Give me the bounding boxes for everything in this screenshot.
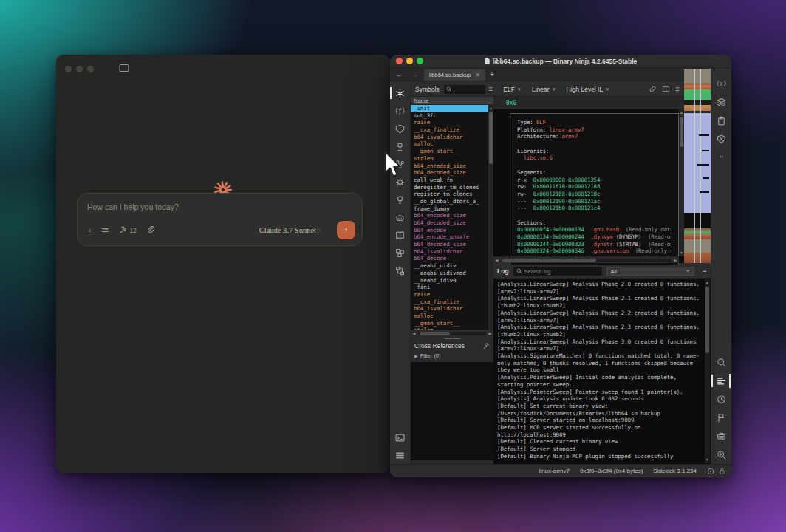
symbol-row[interactable]: b64_encode: [411, 227, 493, 234]
bn-titlebar: libb64.so.backup — Binary Ninja 4.2.6455…: [390, 55, 731, 68]
symbol-row[interactable]: __aeabi_uidivmod: [411, 270, 493, 277]
sidebar-toggle-icon[interactable]: [119, 62, 129, 75]
symbol-row[interactable]: raise: [411, 119, 493, 126]
link-icon[interactable]: [649, 85, 657, 93]
symbol-row[interactable]: __do_global_dtors_a_: [411, 198, 493, 205]
strings-sidebar-icon[interactable]: ”: [711, 149, 731, 167]
lightbulb-sidebar-icon[interactable]: [390, 191, 410, 208]
symbol-row[interactable]: b64_isvalidchar: [411, 248, 493, 256]
log-sidebar-icon[interactable]: [711, 372, 731, 390]
log-body[interactable]: [Analysis.LinearSweep] Analysis Phase 2.…: [493, 279, 711, 464]
record-icon[interactable]: [707, 468, 714, 475]
symbol-row[interactable]: deregister_tm_clones: [411, 184, 493, 191]
lock-icon[interactable]: [719, 468, 725, 475]
docs-sidebar-icon[interactable]: [390, 226, 410, 244]
status-address-range: 0x3f0–0x3f4 (0x4 bytes): [580, 468, 643, 474]
panel-splitter[interactable]: [411, 337, 493, 340]
workflow-sidebar-icon[interactable]: [390, 262, 410, 279]
view-type-dropdown[interactable]: ELF▼: [503, 86, 522, 93]
linear-view-hscrollbar[interactable]: ◀▶: [493, 256, 679, 263]
symbols-vertical-scrollbar[interactable]: ▲: [488, 105, 493, 330]
symbol-row[interactable]: raise: [411, 291, 493, 299]
new-tab-button[interactable]: +: [490, 69, 494, 81]
symbol-row[interactable]: b64_isvalidchar: [411, 305, 493, 313]
symbol-row[interactable]: b64_decode: [411, 255, 493, 262]
symbol-row[interactable]: sub_3fc: [411, 112, 493, 120]
symbol-row[interactable]: call_weak_fn: [411, 177, 493, 184]
style-sliders-button[interactable]: [101, 226, 109, 234]
symbol-row[interactable]: b64_encoded_size: [411, 212, 493, 219]
linear-view-line: [517, 162, 671, 169]
log-search-input[interactable]: Search log: [513, 267, 602, 276]
paperclip-button[interactable]: [146, 226, 154, 234]
linear-view[interactable]: 0x0 Type: ELFPlatform: linux-armv7Archit…: [493, 97, 684, 263]
mini-map-sidebar-icon[interactable]: [711, 427, 731, 446]
symbols-column-header[interactable]: Name: [411, 97, 493, 105]
tools-button[interactable]: 12: [119, 226, 136, 234]
symbol-row[interactable]: frame_dummy: [411, 205, 493, 213]
tab-libb64[interactable]: libb64.so.backup ✕: [424, 69, 485, 81]
forward-button[interactable]: →: [409, 69, 420, 81]
close-button[interactable]: [65, 66, 72, 72]
xref-filter-row[interactable]: ▶Filter (0): [411, 351, 493, 360]
search-sidebar-icon[interactable]: [711, 353, 731, 372]
minimize-button[interactable]: [76, 66, 83, 72]
il-level-dropdown[interactable]: High Level IL▼: [567, 86, 610, 93]
linear-view-vscrollbar[interactable]: ▲▼: [679, 109, 684, 256]
security-sidebar-icon[interactable]: [711, 130, 731, 149]
feature-map-cursor-line: [700, 69, 701, 263]
attach-plus-button[interactable]: +: [87, 226, 92, 235]
symbol-row[interactable]: __cxa_finalize: [411, 126, 493, 134]
model-selector[interactable]: Claude 3.7 Sonnet\: [259, 226, 321, 234]
symbol-row[interactable]: __cxa_finalize: [411, 299, 493, 306]
types-sidebar-icon[interactable]: [390, 120, 410, 137]
symbol-row[interactable]: b64_decoded_size: [411, 241, 493, 248]
symbol-row[interactable]: register_tm_clones: [411, 191, 493, 198]
console-sidebar-icon[interactable]: [390, 429, 410, 446]
symbol-row[interactable]: _init: [411, 105, 493, 112]
symbol-row[interactable]: malloc: [411, 140, 493, 148]
symbol-row[interactable]: __aeabi_uidiv: [411, 262, 493, 270]
split-view-icon[interactable]: [662, 85, 670, 93]
stack-sidebar-icon[interactable]: [711, 93, 731, 112]
zoom-button[interactable]: [87, 66, 94, 72]
pin-icon[interactable]: [482, 342, 490, 349]
symbols-list[interactable]: _initsub_3fcraise__cxa_finalizeb64_isval…: [411, 105, 493, 330]
variables-sidebar-icon[interactable]: {x}: [711, 75, 731, 93]
symbol-row[interactable]: _fini: [411, 284, 493, 291]
symbol-row[interactable]: strlen: [411, 155, 493, 163]
functions-sidebar-icon[interactable]: {ƒ}: [390, 102, 410, 120]
back-button[interactable]: ←: [394, 69, 405, 81]
symbol-row[interactable]: malloc: [411, 313, 493, 320]
send-button[interactable]: ↑: [337, 221, 355, 239]
symbol-row[interactable]: __gmon_start__: [411, 320, 493, 327]
view-menu-icon[interactable]: ≡: [675, 85, 680, 93]
symbol-row[interactable]: b64_decoded_size: [411, 219, 493, 227]
log-line: [Analysis] Analysis update took 0.002 se…: [497, 395, 703, 403]
log-menu-icon[interactable]: ≡: [703, 267, 707, 276]
layout-dropdown[interactable]: Linear▼: [532, 86, 556, 93]
clipboard-sidebar-icon[interactable]: [711, 112, 731, 130]
symbol-row[interactable]: b64_isvalidchar: [411, 134, 493, 141]
tab-close-icon[interactable]: ✕: [475, 72, 480, 78]
feature-map[interactable]: [684, 69, 711, 263]
menu-bars-sidebar-icon[interactable]: [390, 446, 410, 464]
symbols-search-input[interactable]: [444, 85, 485, 94]
flag-sidebar-icon[interactable]: [711, 409, 731, 427]
symbol-row[interactable]: __gmon_start__: [411, 148, 493, 155]
components-sidebar-icon[interactable]: [390, 244, 410, 262]
history-sidebar-icon[interactable]: [711, 390, 731, 409]
log-scrollbar[interactable]: ▲▼: [705, 279, 710, 463]
assistant-sidebar-icon[interactable]: [390, 208, 410, 226]
symbol-row[interactable]: b64_decoded_size: [411, 169, 493, 177]
status-sidekick[interactable]: Sidekick 3.1.234: [653, 468, 697, 474]
chat-input-box[interactable]: How can I help you today? + 12 Claude 3.…: [77, 193, 363, 246]
symbols-sidebar-icon[interactable]: [390, 84, 410, 102]
symbol-row[interactable]: b64_encoded_size: [411, 163, 493, 170]
symbol-row[interactable]: b64_encode_unsafe: [411, 233, 493, 241]
symbols-horizontal-scrollbar[interactable]: ◀▶: [411, 330, 493, 336]
log-filter-dropdown[interactable]: All▼: [606, 267, 695, 276]
symbol-row[interactable]: __aeabi_idiv0: [411, 277, 493, 284]
symbols-menu-icon[interactable]: ≡: [489, 85, 493, 93]
find-sidebar-icon[interactable]: [711, 446, 731, 464]
